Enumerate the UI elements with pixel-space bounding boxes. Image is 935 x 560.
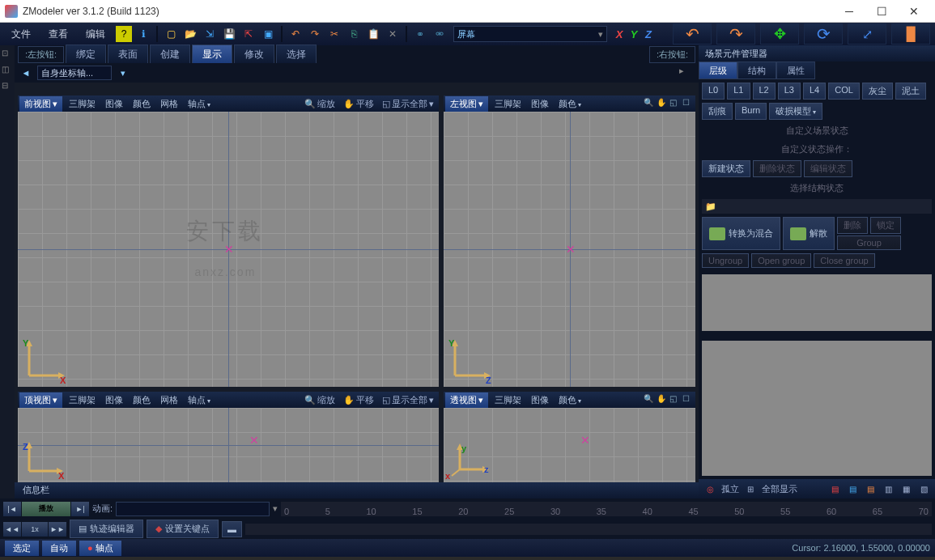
- filter-icon[interactable]: ▤: [864, 482, 877, 495]
- btn-ungroup-cn[interactable]: 解散: [783, 217, 835, 250]
- lod-l3[interactable]: L3: [778, 83, 801, 100]
- tab-modify[interactable]: 修改: [234, 45, 274, 65]
- max-icon[interactable]: ☐: [682, 98, 694, 109]
- menu-edit[interactable]: 编辑: [78, 24, 113, 45]
- vp-zoom[interactable]: 🔍缩放: [301, 96, 338, 112]
- filter-icon[interactable]: ▧: [917, 482, 930, 495]
- open-icon[interactable]: 📂: [182, 26, 198, 42]
- rotate-tool[interactable]: ⟳: [804, 23, 843, 45]
- link-icon[interactable]: ⚭: [412, 26, 428, 42]
- vp-color[interactable]: 颜色: [555, 98, 584, 110]
- play-button[interactable]: 播放: [22, 502, 70, 516]
- vp-tripod[interactable]: 三脚架: [66, 98, 99, 110]
- export-icon[interactable]: ⇱: [240, 26, 257, 42]
- status-auto[interactable]: 自动: [42, 541, 76, 556]
- lod-l0[interactable]: L0: [702, 83, 725, 100]
- prev-arrow-icon[interactable]: ◄: [19, 66, 32, 79]
- btn-burn[interactable]: Burn: [735, 103, 767, 120]
- prev-key-button[interactable]: ◄◄: [3, 522, 21, 537]
- filter-icon[interactable]: ▤: [846, 482, 859, 495]
- next-arrow-icon[interactable]: ▸: [679, 66, 694, 80]
- btn-open-group[interactable]: Open group: [751, 253, 811, 268]
- scene-tree[interactable]: [702, 274, 932, 331]
- vp-image[interactable]: 图像: [528, 394, 552, 406]
- tab-hierarchy[interactable]: 层级: [699, 62, 737, 79]
- maximize-button[interactable]: ☐: [865, 1, 898, 22]
- status-select[interactable]: 选定: [5, 541, 39, 556]
- pan-icon[interactable]: ✋: [657, 394, 668, 405]
- zoom-icon[interactable]: 🔍: [644, 98, 655, 109]
- lod-mud[interactable]: 泥土: [895, 83, 926, 100]
- viewport-label[interactable]: 透视图 ▾: [445, 392, 488, 408]
- vp-color[interactable]: 颜色: [130, 98, 154, 110]
- vp-color[interactable]: 颜色: [130, 394, 154, 406]
- showall-label[interactable]: 全部显示: [762, 483, 797, 495]
- menu-view[interactable]: 查看: [40, 24, 76, 45]
- tool-icon[interactable]: ⊟: [2, 81, 13, 92]
- btn-close-group[interactable]: Close group: [814, 253, 874, 268]
- undo-icon[interactable]: ↶: [287, 26, 304, 42]
- isolate-label[interactable]: 孤立: [721, 483, 739, 495]
- lod-l1[interactable]: L1: [727, 83, 750, 100]
- btn-edit-state[interactable]: 编辑状态: [804, 160, 852, 177]
- vp-tripod[interactable]: 三脚架: [491, 394, 525, 406]
- help-icon[interactable]: ?: [116, 26, 132, 42]
- vp-image[interactable]: 图像: [528, 98, 552, 110]
- tab-properties[interactable]: 属性: [776, 62, 815, 79]
- save-icon[interactable]: 💾: [221, 26, 237, 42]
- frame-icon[interactable]: ◱: [669, 98, 681, 109]
- filter-icon[interactable]: ▥: [882, 482, 895, 495]
- tab-bind[interactable]: 绑定: [66, 45, 106, 65]
- animation-dropdown[interactable]: [116, 502, 270, 516]
- vp-pivot[interactable]: 轴点: [185, 394, 214, 406]
- cut-icon[interactable]: ✂: [326, 26, 342, 42]
- screen-dropdown[interactable]: 屏幕 ▾: [453, 26, 607, 42]
- filter-icon[interactable]: ▦: [899, 482, 912, 495]
- lod-l4[interactable]: L4: [803, 83, 826, 100]
- tool-icon[interactable]: ◫: [2, 65, 13, 76]
- coord-dropdown[interactable]: 自身坐标轴...: [37, 66, 112, 80]
- btn-new-state[interactable]: 新建状态: [702, 160, 750, 177]
- tab-structure[interactable]: 结构: [737, 62, 776, 79]
- new-icon[interactable]: ▢: [163, 26, 179, 42]
- vp-showall[interactable]: ◱显示全部 ▾: [379, 96, 437, 112]
- next-key-button[interactable]: ►►: [49, 522, 66, 537]
- unlink-icon[interactable]: ⚮: [431, 26, 448, 42]
- max-icon[interactable]: ☐: [682, 394, 694, 405]
- goto-start-button[interactable]: |◄: [3, 502, 21, 516]
- frame-icon[interactable]: ◱: [669, 394, 681, 405]
- delete-icon[interactable]: ✕: [385, 26, 401, 42]
- vp-zoom[interactable]: 🔍缩放: [301, 392, 338, 408]
- goto-end-button[interactable]: ►|: [71, 502, 89, 516]
- btn-convert-mix[interactable]: 转换为混合: [702, 217, 780, 250]
- left-button-label[interactable]: :左按钮:: [18, 46, 64, 63]
- tab-surface[interactable]: 表面: [108, 45, 148, 65]
- vp-pan[interactable]: ✋平移: [340, 392, 377, 408]
- timeline-scrollbar[interactable]: [245, 524, 932, 535]
- btn-lock[interactable]: 锁定: [870, 217, 901, 234]
- y-axis-toggle[interactable]: Y: [627, 27, 641, 41]
- tab-display[interactable]: 显示: [192, 45, 232, 65]
- tool-icon[interactable]: ⊡: [2, 49, 13, 60]
- x-axis-toggle[interactable]: X: [612, 27, 627, 41]
- zoom-icon[interactable]: 🔍: [644, 394, 655, 405]
- scale-tool[interactable]: ⤢: [848, 23, 886, 45]
- info-icon[interactable]: ℹ: [135, 26, 151, 42]
- btn-delete-state[interactable]: 删除状态: [753, 160, 801, 177]
- merge-icon[interactable]: ▣: [260, 26, 276, 42]
- paste-icon[interactable]: 📋: [365, 26, 381, 42]
- tab-select[interactable]: 选择: [276, 45, 317, 65]
- minimize-button[interactable]: ─: [833, 1, 865, 22]
- speed-button[interactable]: 1x: [22, 522, 48, 537]
- set-keyframe-button[interactable]: ◆设置关键点: [147, 520, 219, 538]
- btn-scratch[interactable]: 刮痕: [702, 103, 733, 120]
- move-tool[interactable]: ✥: [760, 23, 799, 45]
- viewport-canvas[interactable]: ✕ Z X: [18, 408, 439, 482]
- tab-create[interactable]: 创建: [150, 45, 190, 65]
- z-axis-toggle[interactable]: Z: [641, 27, 656, 41]
- status-pivot[interactable]: 轴点: [79, 541, 121, 556]
- lod-col[interactable]: COL: [828, 83, 860, 100]
- track-editor-button[interactable]: ▤轨迹编辑器: [70, 520, 143, 538]
- btn-ungroup[interactable]: Ungroup: [702, 253, 749, 268]
- vp-tripod[interactable]: 三脚架: [491, 98, 525, 110]
